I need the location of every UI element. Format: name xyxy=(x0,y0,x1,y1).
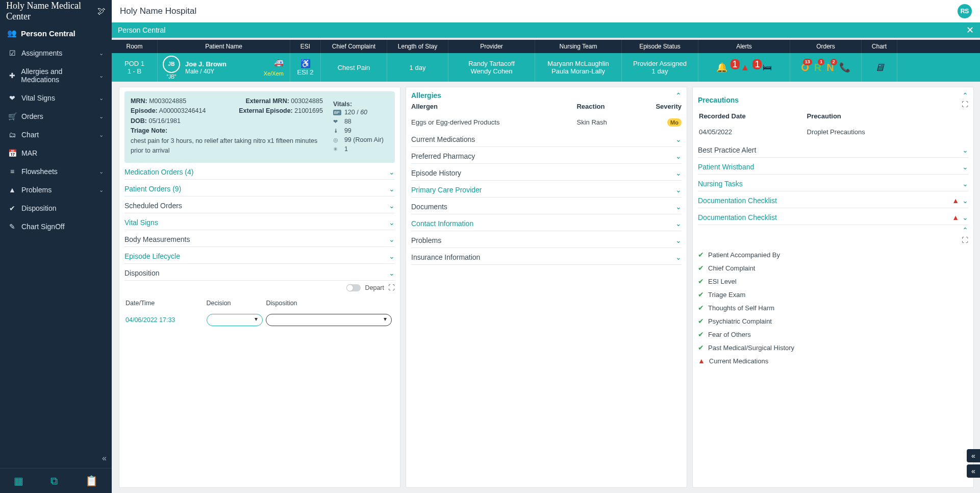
sidebar-collapse[interactable]: « xyxy=(0,452,112,468)
section-body-measurements[interactable]: Body Measurements⌄ xyxy=(124,230,395,247)
pain-icon: ✳ xyxy=(333,146,341,153)
disposition-select[interactable] xyxy=(266,314,392,326)
bell-icon[interactable]: 🔔1 xyxy=(716,62,737,73)
section-insurance-information[interactable]: Insurance Information⌄ xyxy=(411,248,682,265)
checklist-item[interactable]: ✔Thoughts of Self Harm xyxy=(698,301,968,314)
precautions-header[interactable]: Precautions ⌃ ⛶ xyxy=(698,91,968,108)
checklist-item[interactable]: ✔ESI Level xyxy=(698,275,968,288)
chevron-down-icon: ⌄ xyxy=(389,185,395,193)
orders-n[interactable]: N2 xyxy=(826,62,834,73)
section-contact-information[interactable]: Contact Information⌄ xyxy=(411,214,682,231)
expand-icon[interactable]: ⛶ xyxy=(388,284,395,291)
checklist-label: Fear of Others xyxy=(708,331,751,338)
section-best-practice-alert[interactable]: Best Practice Alert⌄ xyxy=(698,141,968,158)
section-primary-care-provider[interactable]: Primary Care Provider⌄ xyxy=(411,181,682,198)
pain-value: 1 xyxy=(344,145,348,153)
checklist-item[interactable]: ▲Current Medications xyxy=(698,354,968,367)
patient-pronoun: Xe/Xem xyxy=(264,70,284,77)
allergies-table: Allergen Reaction Severity Eggs or Egg-d… xyxy=(411,100,682,130)
chevron-up-icon[interactable]: ⌃ xyxy=(962,226,968,234)
section-title: Patient Wristband xyxy=(698,163,754,171)
section-patient-wristband[interactable]: Patient Wristband⌄ xyxy=(698,158,968,175)
section-title: Body Measurements xyxy=(124,235,190,243)
nav-label: Flowsheets xyxy=(21,167,58,176)
section-scheduled-orders[interactable]: Scheduled Orders⌄ xyxy=(124,196,395,213)
sidebar-item-chart-signoff[interactable]: ✎Chart SignOff xyxy=(0,217,112,236)
section-title: Primary Care Provider xyxy=(411,186,482,194)
section-episode-history[interactable]: Episode History⌄ xyxy=(411,164,682,181)
patient-name: Joe J. Brown xyxy=(185,60,227,68)
bell-badge: 1 xyxy=(731,59,740,69)
section-nursing-tasks[interactable]: Nursing Tasks⌄ xyxy=(698,175,968,191)
dispo-th-disposition: Disposition xyxy=(266,295,394,310)
decision-select[interactable] xyxy=(207,314,263,326)
triage-note: chest pain for 3 hours, no relief after … xyxy=(131,136,323,156)
allergies-header[interactable]: Allergies ⌃ xyxy=(411,91,682,100)
chevron-down-icon: ⌄ xyxy=(675,253,682,261)
patient-row[interactable]: POD 1 1 - B JB "JB" Joe J. Brown Male / … xyxy=(112,53,980,82)
right-panel-toggle-2[interactable]: « xyxy=(967,464,980,478)
section-vital-signs[interactable]: Vital Signs⌄ xyxy=(124,213,395,230)
checklist-item[interactable]: ✔Triage Exam xyxy=(698,288,968,301)
nav-label: MAR xyxy=(21,149,37,157)
nurse-2: Paula Moran-Lally xyxy=(551,67,605,75)
section-title: Problems xyxy=(411,236,441,244)
patient-info-card: MRN: M003024885 External MRN: 003024885 … xyxy=(124,91,395,163)
episode-status-cell: Provider Assigned 1 day xyxy=(622,53,698,82)
user-avatar[interactable]: RS xyxy=(958,4,972,18)
dispo-datetime[interactable]: 04/06/2022 17:33 xyxy=(125,311,206,329)
section-problems[interactable]: Problems⌄ xyxy=(411,231,682,248)
dob-value: 05/16/1981 xyxy=(148,117,181,125)
section-documentation-checklist[interactable]: Documentation Checklist▲⌄ xyxy=(698,208,968,225)
expand-icon[interactable]: ⛶ xyxy=(962,101,968,108)
nursing-cell: Maryann McLaughlin Paula Moran-Lally xyxy=(535,53,622,82)
checklist-label: Psychiatric Complaint xyxy=(708,317,772,325)
checklist-item[interactable]: ✔Past Medical/Surgical History xyxy=(698,341,968,354)
depart-toggle[interactable] xyxy=(346,284,361,291)
phone-icon[interactable]: 📞 xyxy=(839,62,850,73)
sidebar-item-vital-signs[interactable]: ❤Vital Signs⌄ xyxy=(0,89,112,107)
alert-triangle-icon[interactable]: ▲1 xyxy=(741,62,759,73)
orders-r[interactable]: R1 xyxy=(814,62,821,73)
checklist-item[interactable]: ✔Patient Accompanied By xyxy=(698,248,968,261)
allergy-th-reaction: Reaction xyxy=(576,100,633,114)
section-medication-orders-[interactable]: Medication Orders (4)⌄ xyxy=(124,163,395,180)
sidebar-item-assignments[interactable]: ☑Assignments⌄ xyxy=(0,44,112,62)
apps-icon[interactable]: ▦ xyxy=(14,475,23,487)
sidebar-item-problems[interactable]: ▲Problems⌄ xyxy=(0,181,112,199)
nav-label: Allergies and Medications xyxy=(21,67,99,84)
spo2-value: 99 (Room Air) xyxy=(344,136,384,143)
chart-cell[interactable]: 🖥 xyxy=(862,53,897,82)
popout-icon[interactable]: ⧉ xyxy=(51,475,58,487)
checklist-item[interactable]: ✔Psychiatric Complaint xyxy=(698,314,968,328)
sidebar-item-disposition[interactable]: ✔Disposition xyxy=(0,199,112,217)
section-patient-orders-[interactable]: Patient Orders (9)⌄ xyxy=(124,180,395,196)
close-icon[interactable]: ✕ xyxy=(966,24,974,36)
orders-o[interactable]: O13 xyxy=(801,62,809,73)
fallrisk-icon[interactable]: 🛏 xyxy=(763,62,772,73)
sidebar-item-orders[interactable]: 🛒Orders⌄ xyxy=(0,107,112,126)
section-documentation-checklist[interactable]: Documentation Checklist▲⌄ xyxy=(698,191,968,208)
section-disposition[interactable]: Disposition ⌄ xyxy=(124,264,395,281)
sidebar-item-mar[interactable]: 📅MAR xyxy=(0,144,112,162)
section-episode-lifecycle[interactable]: Episode Lifecycle⌄ xyxy=(124,247,395,264)
room-line2: 1 - B xyxy=(128,67,141,75)
calendar-icon[interactable]: 📋 xyxy=(85,475,98,487)
col-right: Precautions ⌃ ⛶ Recorded Date Precaution… xyxy=(692,87,974,488)
section-documents[interactable]: Documents⌄ xyxy=(411,198,682,214)
section-current-medications[interactable]: Current Medications⌄ xyxy=(411,130,682,147)
section-preferred-pharmacy[interactable]: Preferred Pharmacy⌄ xyxy=(411,147,682,164)
sidebar-item-flowsheets[interactable]: ≡Flowsheets⌄ xyxy=(0,162,112,181)
checklist-item[interactable]: ✔Fear of Others xyxy=(698,328,968,341)
dob-label: DOB: xyxy=(131,117,147,125)
col-head-episode-status: Episode Status xyxy=(622,40,698,53)
provider-cell: Randy Tartacoff Wendy Cohen xyxy=(448,53,535,82)
sidebar-item-chart[interactable]: 🗂Chart⌄ xyxy=(0,126,112,144)
allergy-row: Eggs or Egg-derived Products Skin Rash M… xyxy=(411,114,682,130)
sidebar-item-allergies-and-medications[interactable]: ✚Allergies and Medications⌄ xyxy=(0,62,112,89)
expand-icon[interactable]: ⛶ xyxy=(962,236,968,244)
right-panel-toggle-1[interactable]: « xyxy=(967,449,980,462)
documentation-checklist-list: ✔Patient Accompanied By✔Chief Complaint✔… xyxy=(698,246,968,369)
checklist-item[interactable]: ✔Chief Complaint xyxy=(698,261,968,275)
nav-icon: 🗂 xyxy=(8,131,16,139)
